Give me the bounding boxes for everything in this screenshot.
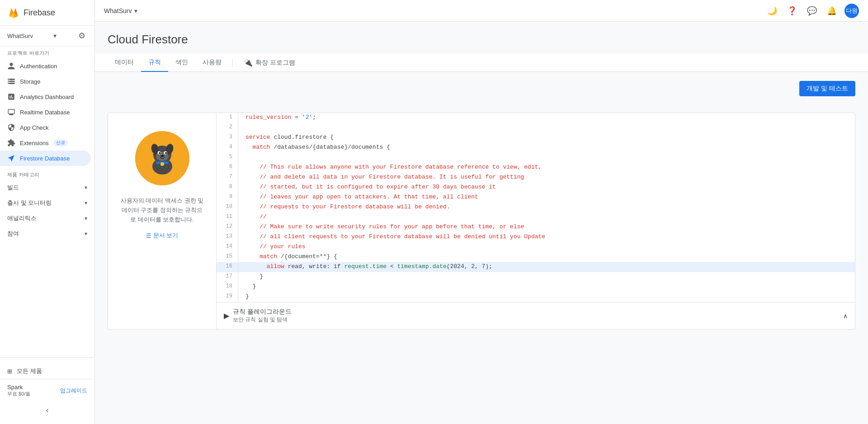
line-number-1: 1 [217,113,238,123]
grid-icon: ⊞ [7,368,12,375]
tab-rules-label: 규칙 [148,58,161,66]
sidebar-item-realtime-db[interactable]: Realtime Database [0,104,91,120]
all-products-link[interactable]: ⊞ 모든 제품 [0,363,94,379]
project-name-label: WhatSurv [7,33,33,39]
sidebar-item-realtime-db-label: Realtime Database [20,109,70,116]
spark-plan-info: Spark 무료 $0/월 업그레이드 [0,379,94,402]
launch-monitor-chevron-icon: ▾ [85,200,87,206]
dev-test-button[interactable]: 개발 및 테스트 [799,81,855,96]
notification-icon[interactable]: 🔔 [825,4,839,18]
sidebar-item-storage-label: Storage [20,78,41,85]
avatar[interactable]: 다원 [844,4,859,18]
category-label: 제품 카테고리 [0,166,94,180]
tab-data[interactable]: 데이터 [108,54,141,72]
settings-icon[interactable]: ⚙ [76,30,87,41]
topbar: WhatSurv ▾ 🌙 ❓ 💬 🔔 다원 [95,0,868,22]
sidebar-item-authentication[interactable]: Authentication [0,58,91,74]
line-number-4: 4 [217,143,238,153]
line-content-9: // leaves your app open to attackers. At… [238,193,478,203]
rules-container: 사용자의 데이터 액세스 권한 및 데이터 구조를 정의하는 규칙으로 데이터를… [108,113,855,330]
tabs-bar: 데이터 규칙 색인 사용량 🔌 확장 프로그램 [95,54,868,72]
sidebar-engage-section[interactable]: 참여 ▾ [0,226,94,241]
code-editor[interactable]: 1rules_version = '2';23service cloud.fir… [217,113,855,302]
tab-rules[interactable]: 규칙 [141,54,168,72]
upgrade-button[interactable]: 업그레이드 [60,387,87,395]
firebase-logo-icon [7,6,20,19]
shield-icon [7,123,15,132]
docs-icon: ☰ [146,232,151,239]
tab-divider [232,58,233,67]
sidebar-item-app-check[interactable]: App Check [0,120,91,135]
code-line-13: 13 // all client requests to your Firest… [217,232,855,242]
build-chevron-icon: ▾ [85,184,87,191]
line-number-2: 2 [217,123,238,133]
tab-usage[interactable]: 사용량 [195,54,229,72]
code-line-3: 3service cloud.firestore { [217,133,855,143]
chat-icon[interactable]: 💬 [805,4,819,18]
avatar-text: 다원 [846,7,858,15]
topbar-dropdown-icon: ▾ [134,7,137,14]
line-content-8: // started, but it is configured to expi… [238,183,496,193]
line-number-5: 5 [217,153,238,163]
line-content-7: // and delete all data in your Firestore… [238,173,524,183]
code-line-2: 2 [217,123,855,133]
sidebar-item-analytics[interactable]: Analytics Dashboard [0,89,91,104]
playground-label: 규칙 플레이그라운드 [233,308,292,316]
topbar-project-selector[interactable]: WhatSurv ▾ [104,7,137,14]
tab-extensions-label: 확장 프로그램 [255,59,295,67]
all-products-label: 모든 제품 [17,367,42,375]
sidebar-bottom: ⊞ 모든 제품 Spark 무료 $0/월 업그레이드 ‹ [0,358,94,424]
playground-icon: ▶ [224,311,229,320]
line-number-6: 6 [217,163,238,173]
code-line-18: 18 } [217,282,855,292]
line-content-12: // Make sure to write security rules for… [238,222,524,232]
playground-header[interactable]: ▶ 규칙 플레이그라운드 보안 규칙 실험 및 탐색 ∧ [217,302,855,329]
playground-sub: 보안 규칙 실험 및 탐색 [233,316,292,324]
analytics-icon [7,93,15,101]
launch-monitor-label: 출시 및 모니터링 [7,199,52,207]
analytics-chevron-icon: ▾ [85,215,87,221]
line-content-17: } [238,272,263,282]
main-content: WhatSurv ▾ 🌙 ❓ 💬 🔔 다원 Cloud Firestore 데이… [95,0,868,424]
code-line-9: 9 // leaves your app open to attackers. … [217,193,855,203]
project-selector[interactable]: WhatSurv ▾ ⚙ [0,26,94,46]
sidebar-item-storage[interactable]: Storage [0,74,91,89]
line-content-10: // requests to your Firestore database w… [238,203,450,212]
collapse-sidebar-button[interactable]: ‹ [0,402,94,419]
line-number-19: 19 [217,292,238,302]
analytics-section-label: 애널리틱스 [7,214,37,222]
svg-point-8 [159,152,160,154]
plan-name: Spark [7,384,30,391]
code-line-6: 6 // This rule allows anyone with your F… [217,163,855,173]
line-content-18: } [238,282,256,292]
firebase-brand-name: Firebase [24,8,55,18]
sidebar-launch-monitor-section[interactable]: 출시 및 모니터링 ▾ [0,195,94,211]
sidebar-item-authentication-label: Authentication [20,63,57,70]
tab-extensions[interactable]: 🔌 확장 프로그램 [236,54,302,71]
line-content-2 [238,123,245,133]
help-icon[interactable]: ❓ [785,4,799,18]
line-number-11: 11 [217,212,238,222]
code-editor-container: 1rules_version = '2';23service cloud.fir… [217,113,855,329]
plan-sub: 무료 $0/월 [7,391,30,397]
sidebar-build-section[interactable]: 빌드 ▾ [0,180,94,195]
sidebar-logo: Firebase [0,0,94,26]
sidebar-analytics-section[interactable]: 애널리틱스 ▾ [0,211,94,226]
extensions-tab-icon: 🔌 [244,58,253,67]
extensions-icon [7,139,15,147]
docs-link[interactable]: ☰ 문서 보기 [146,231,179,240]
line-number-9: 9 [217,193,238,203]
line-number-16: 16 [217,262,238,272]
code-line-17: 17 } [217,272,855,282]
line-content-15: match /{document=**} { [238,252,337,262]
build-label: 빌드 [7,184,19,192]
sidebar-item-firestore[interactable]: Firestore Database [0,151,91,166]
tab-data-label: 데이터 [115,58,134,66]
storage-icon [7,77,15,85]
sidebar-item-extensions[interactable]: Extensions 신규 [0,135,91,151]
dark-mode-icon[interactable]: 🌙 [765,4,779,18]
svg-point-12 [160,162,164,166]
line-content-3: service cloud.firestore { [238,133,334,143]
tab-index-label: 색인 [175,58,188,66]
tab-index[interactable]: 색인 [168,54,195,72]
